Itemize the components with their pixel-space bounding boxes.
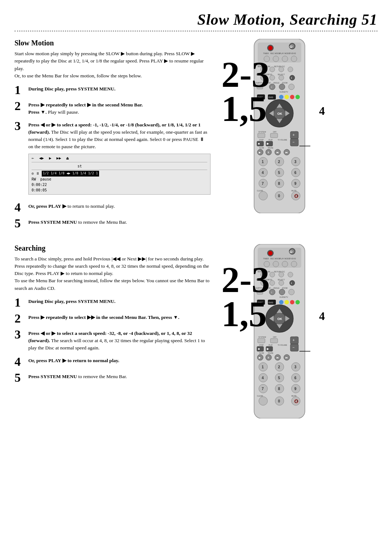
- step-content-4: Or, press PLAY ▶ to return to normal pla…: [28, 201, 115, 210]
- search-step-2: 2 Press ▶ repeatedly to select ▶▶ in the…: [15, 312, 211, 325]
- svg-point-132: [288, 272, 293, 277]
- step-3: 3 Press ◀ or ▶ to select a speed: -1, -1…: [15, 120, 211, 198]
- svg-point-39: [279, 84, 285, 90]
- step-5: 5 Press SYSTEM MENU to remove the Menu B…: [15, 217, 211, 230]
- svg-text:7: 7: [262, 182, 264, 186]
- search-step-4: 4 Or, press PLAY ▶ to return to normal p…: [15, 356, 211, 368]
- searching-steps: 1 During Disc play, press SYSTEM MENU. 2…: [15, 296, 211, 384]
- svg-point-122: [282, 261, 288, 267]
- svg-text:PLAY MODE: PLAY MODE: [279, 52, 290, 54]
- svg-text:DIM: DIM: [267, 271, 270, 273]
- svg-point-23: [288, 67, 293, 72]
- svg-text:REC MODE: REC MODE: [270, 258, 281, 260]
- step-number-5: 5: [15, 217, 25, 230]
- svg-point-139: [290, 280, 295, 285]
- svg-text:8: 8: [278, 182, 280, 186]
- svg-point-158: [295, 300, 300, 304]
- svg-point-148: [279, 289, 285, 295]
- svg-text:ANGLE: ANGLE: [273, 82, 280, 84]
- svg-text:⏮: ⏮: [276, 356, 279, 359]
- svg-rect-61: [270, 133, 278, 138]
- svg-text:1: 1: [262, 160, 264, 164]
- search-step-content-3: Press ◀ or ▶ to select a search speed: -…: [28, 328, 211, 352]
- svg-point-131: [279, 272, 284, 277]
- search-step-1: 1 During Disc play, press SYSTEM MENU.: [15, 296, 211, 309]
- svg-text:PLAY: PLAY: [269, 139, 273, 141]
- svg-point-212: [259, 397, 268, 405]
- svg-text:ANGLE: ANGLE: [273, 287, 280, 289]
- svg-point-120: [264, 261, 270, 267]
- svg-point-21: [270, 67, 275, 72]
- step-4: 4 Or, press PLAY ▶ to return to normal p…: [15, 201, 211, 214]
- arrow-4-search: 4: [319, 309, 325, 323]
- svg-text:2: 2: [278, 160, 280, 164]
- svg-text:9: 9: [294, 182, 297, 186]
- svg-text:5: 5: [278, 376, 280, 380]
- remote-svg-search: ⏻ TIMER REC MODE PLAY MODE TV/DVD MONITO…: [243, 244, 316, 418]
- svg-point-155: [279, 300, 283, 304]
- searching-intro: To search a Disc simply, press and hold …: [15, 255, 211, 292]
- svg-text:OFF: OFF: [273, 131, 277, 133]
- svg-text:−: −: [293, 345, 295, 349]
- svg-text:i: i: [291, 282, 292, 284]
- search-step-content-2: Press ▶ repeatedly to select ▶▶ in the s…: [28, 312, 179, 321]
- step-content-5: Press SYSTEM MENU to remove the Menu Bar…: [28, 217, 127, 226]
- svg-point-137: [270, 280, 275, 285]
- svg-text:TV VOLUME: TV VOLUME: [278, 344, 287, 346]
- svg-point-40: [289, 84, 294, 90]
- svg-text:6: 6: [294, 376, 297, 380]
- title-divider: [15, 31, 377, 32]
- svg-text:TV/DVD: TV/DVD: [289, 258, 296, 260]
- svg-point-30: [290, 75, 295, 80]
- svg-text:♪: ♪: [271, 291, 272, 294]
- svg-point-13: [282, 56, 288, 62]
- svg-text:REC MODE: REC MODE: [270, 52, 281, 54]
- svg-text:8: 8: [278, 387, 280, 391]
- svg-text:9: 9: [294, 387, 297, 391]
- svg-text:GUIDE/TV: GUIDE/TV: [279, 91, 288, 93]
- svg-text:ZOOM: ZOOM: [282, 82, 287, 84]
- step-content-1: During Disc play, press SYSTEM MENU.: [28, 84, 115, 93]
- svg-text:PLAY: PLAY: [269, 344, 273, 346]
- search-step-number-5: 5: [15, 372, 25, 384]
- svg-text:GUIDE/TV: GUIDE/TV: [279, 296, 288, 298]
- search-step-number-3: 3: [15, 328, 25, 341]
- svg-text:5: 5: [278, 171, 280, 175]
- svg-point-3: [268, 46, 273, 50]
- svg-point-149: [289, 289, 294, 295]
- search-step-number-4: 4: [15, 356, 25, 368]
- step-number-4: 4: [15, 201, 25, 214]
- searching-section: Searching To search a Disc simply, press…: [15, 244, 377, 420]
- svg-text:PAUSE: PAUSE: [268, 352, 273, 354]
- svg-rect-60: [258, 133, 265, 138]
- svg-text:+: +: [293, 133, 295, 137]
- svg-point-14: [291, 56, 297, 62]
- search-step-3: 3 Press ◀ or ▶ to select a search speed:…: [15, 328, 211, 352]
- svg-point-27: [261, 75, 266, 80]
- svg-text:SUBTITLE: SUBTITLE: [256, 82, 264, 84]
- svg-text:TV/DVD: TV/DVD: [289, 52, 296, 54]
- svg-text:■: ■: [258, 142, 260, 145]
- svg-text:DVD: DVD: [269, 301, 273, 304]
- step-content-2: Press ▶ repeatedly to select ▶ in the se…: [28, 100, 143, 116]
- search-step-content-5: Press SYSTEM MENU to remove the Menu Bar…: [28, 372, 127, 380]
- svg-text:SYSTEM: SYSTEM: [258, 131, 266, 133]
- svg-point-103: [259, 191, 268, 200]
- svg-point-47: [285, 95, 289, 99]
- search-step-number-1: 1: [15, 296, 25, 309]
- svg-text:TIMER: TIMER: [263, 258, 269, 260]
- svg-point-121: [273, 261, 279, 267]
- slow-motion-visual: 2-31,5 4 ⏻ TIMER: [214, 39, 345, 233]
- svg-text:STOP: STOP: [259, 344, 264, 346]
- svg-text:DISC: DISC: [258, 301, 263, 304]
- search-step-content-4: Or, press PLAY ▶ to return to normal pla…: [28, 356, 119, 364]
- page-title: Slow Motion, Searching 51: [15, 11, 377, 28]
- svg-text:SYSTEM: SYSTEM: [258, 336, 266, 338]
- svg-text:PAUSE: PAUSE: [268, 147, 273, 149]
- svg-point-138: [279, 280, 284, 285]
- svg-text:DIM: DIM: [267, 65, 270, 68]
- svg-text:🔇: 🔇: [294, 194, 299, 198]
- svg-text:−: −: [293, 140, 295, 144]
- search-step-content-1: During Disc play, press SYSTEM MENU.: [28, 296, 115, 305]
- searching-text: Searching To search a Disc simply, press…: [15, 244, 211, 420]
